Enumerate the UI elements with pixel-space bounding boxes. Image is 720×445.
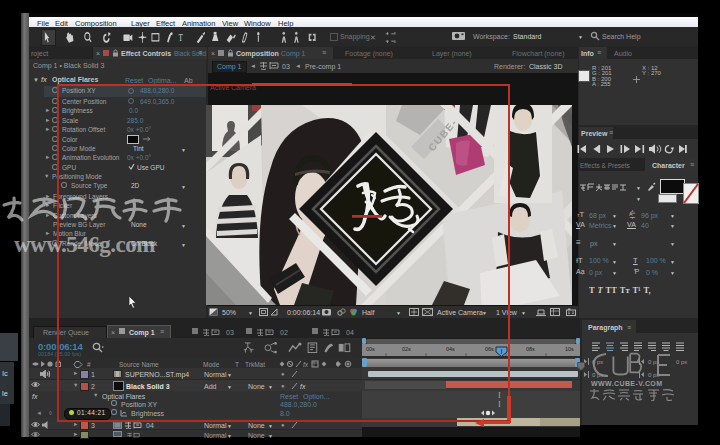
- svg-text:02s: 02s: [402, 346, 411, 352]
- svg-text:08s: 08s: [526, 346, 535, 352]
- svg-text:0 px: 0 px: [676, 359, 687, 365]
- svg-text:TrkMat: TrkMat: [245, 361, 265, 368]
- svg-text:10s: 10s: [565, 346, 574, 352]
- svg-text:Mode: Mode: [203, 361, 220, 368]
- svg-text:T: T: [235, 361, 239, 368]
- svg-text:#: #: [87, 361, 91, 368]
- svg-text:A: A: [629, 211, 633, 217]
- svg-text:T: T: [179, 31, 184, 43]
- svg-text:06s: 06s: [485, 346, 494, 352]
- svg-text:Source Name: Source Name: [119, 361, 159, 368]
- svg-text:fx: fx: [303, 361, 309, 368]
- svg-text:04s: 04s: [446, 346, 455, 352]
- svg-text:00s: 00s: [366, 346, 375, 352]
